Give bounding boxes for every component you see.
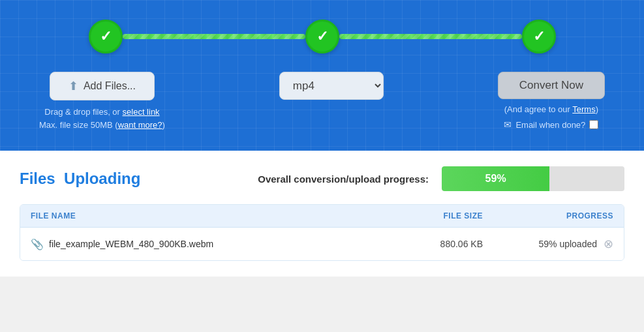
checkmark-2: ✓ [316, 29, 328, 44]
step-circle-2: ✓ [305, 20, 339, 53]
convert-label: Convert Now [519, 79, 583, 91]
drag-hint-end: ) [162, 120, 165, 130]
step-line-2 [339, 34, 522, 39]
drag-hint-text2: Max. file size 50MB ( [39, 120, 118, 130]
want-more-link[interactable]: want more? [118, 120, 162, 130]
overall-progress-text: 59% [485, 173, 506, 185]
col-filename: FILE NAME [31, 211, 378, 220]
format-select[interactable]: mp4 mp3 avi mov webm mkv flv wmv [279, 72, 384, 100]
convert-hint: (And agree to our Terms) [504, 104, 598, 114]
files-title: Files Uploading [20, 170, 140, 188]
select-link[interactable]: select link [123, 107, 160, 117]
terms-link[interactable]: Terms [572, 104, 595, 114]
file-progress-text: 59% uploaded [538, 239, 597, 249]
status-row: Files Uploading Overall conversion/uploa… [20, 166, 624, 191]
overall-progress-label: Overall conversion/upload progress: [258, 174, 429, 185]
convert-hint-end: ) [596, 104, 598, 114]
file-name: file_example_WEBM_480_900KB.webm [49, 239, 213, 249]
step-line-1 [123, 34, 305, 39]
right-control: Convert Now (And agree to our Terms) ✉ E… [498, 72, 605, 130]
step-circle-3: ✓ [522, 20, 556, 53]
step-circle-1: ✓ [89, 20, 123, 53]
cancel-icon[interactable]: ⊗ [604, 237, 613, 251]
file-table: FILE NAME FILE SIZE PROGRESS 📎 file_exam… [20, 204, 624, 261]
email-icon: ✉ [504, 119, 512, 130]
controls-row: ⬆ Add Files... Drag & drop files, or sel… [26, 72, 618, 131]
table-header: FILE NAME FILE SIZE PROGRESS [20, 205, 624, 228]
center-control: mp4 mp3 avi mov webm mkv flv wmv [279, 72, 384, 100]
drag-hint-text1: Drag & drop files, or [44, 107, 122, 117]
files-title-static: Files [20, 170, 55, 187]
bottom-section: Files Uploading Overall conversion/uploa… [0, 151, 644, 277]
checkmark-1: ✓ [100, 29, 112, 44]
table-row: 📎 file_example_WEBM_480_900KB.webm 880.0… [20, 228, 624, 260]
col-filesize: FILE SIZE [378, 211, 483, 220]
checkmark-3: ✓ [533, 29, 545, 44]
progress-cell: 59% uploaded ⊗ [483, 237, 613, 251]
convert-now-button[interactable]: Convert Now [498, 72, 605, 99]
file-name-cell: 📎 file_example_WEBM_480_900KB.webm [31, 238, 378, 250]
upload-icon: ⬆ [69, 79, 78, 93]
files-title-status: Uploading [64, 170, 140, 187]
overall-progress-fill: 59% [442, 166, 549, 191]
email-label: Email when done? [515, 120, 585, 130]
progress-steps: ✓ ✓ ✓ [26, 20, 618, 53]
add-files-button[interactable]: ⬆ Add Files... [50, 72, 155, 100]
top-section: ✓ ✓ ✓ ⬆ Add Files... Drag & drop files, … [0, 0, 644, 151]
email-row: ✉ Email when done? [504, 119, 598, 130]
add-files-hint: Drag & drop files, or select link Max. f… [39, 106, 165, 131]
add-files-label: Add Files... [84, 80, 136, 92]
overall-progress-bar: 59% [442, 166, 624, 191]
left-control: ⬆ Add Files... Drag & drop files, or sel… [39, 72, 165, 131]
file-size-cell: 880.06 KB [378, 239, 483, 249]
convert-hint-text: (And agree to our [504, 104, 573, 114]
email-checkbox[interactable] [589, 120, 598, 129]
paperclip-icon: 📎 [31, 238, 44, 250]
col-progress: PROGRESS [483, 211, 613, 220]
